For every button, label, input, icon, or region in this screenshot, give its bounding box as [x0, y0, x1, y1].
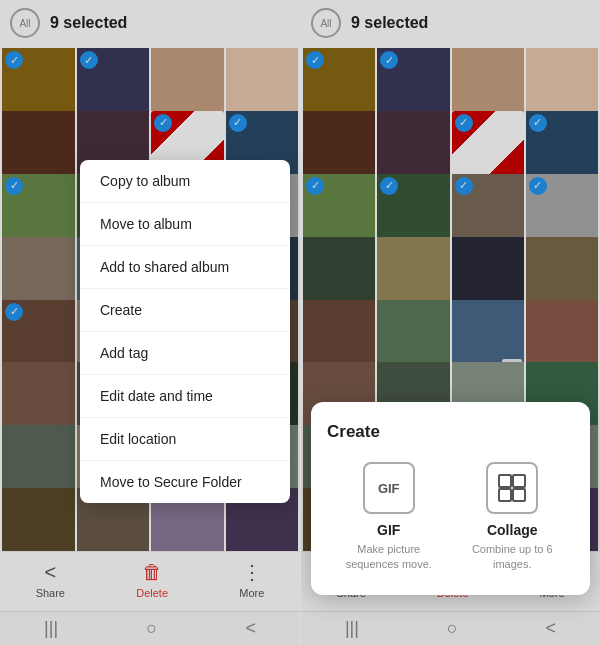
gif-icon: GIF: [378, 481, 400, 496]
collage-icon: [498, 474, 526, 502]
menu-edit-date[interactable]: Edit date and time: [80, 375, 290, 418]
menu-secure-folder[interactable]: Move to Secure Folder: [80, 461, 290, 503]
menu-move-album[interactable]: Move to album: [80, 203, 290, 246]
create-dialog-title: Create: [327, 422, 574, 442]
collage-option[interactable]: Collage Combine up to 6 images.: [457, 462, 568, 571]
menu-add-tag[interactable]: Add tag: [80, 332, 290, 375]
collage-label: Collage: [487, 522, 538, 538]
svg-rect-1: [513, 475, 525, 487]
collage-desc: Combine up to 6 images.: [457, 542, 568, 571]
gif-label: GIF: [377, 522, 400, 538]
menu-create[interactable]: Create: [80, 289, 290, 332]
menu-copy-album[interactable]: Copy to album: [80, 160, 290, 203]
context-menu: Copy to album Move to album Add to share…: [80, 160, 290, 503]
gif-icon-box: GIF: [363, 462, 415, 514]
svg-rect-0: [499, 475, 511, 487]
menu-edit-location[interactable]: Edit location: [80, 418, 290, 461]
create-options: GIF GIF Make picture sequences move. Col…: [327, 462, 574, 571]
create-dialog: Create GIF GIF Make picture sequences mo…: [311, 402, 590, 595]
right-panel: All 9 selected ✓ ✓ 30✓ ✓ ✓ ✓ ✓ ✓ GIF GIF: [300, 0, 600, 645]
left-panel: All 9 selected ✓ ✓ 30✓ ✓ ✓ ✓ ✓ ✓ ✓: [0, 0, 300, 645]
gif-desc: Make picture sequences move.: [333, 542, 444, 571]
svg-rect-2: [499, 489, 511, 501]
menu-add-shared-album[interactable]: Add to shared album: [80, 246, 290, 289]
collage-icon-box: [486, 462, 538, 514]
gif-option[interactable]: GIF GIF Make picture sequences move.: [333, 462, 444, 571]
svg-rect-3: [513, 489, 525, 501]
